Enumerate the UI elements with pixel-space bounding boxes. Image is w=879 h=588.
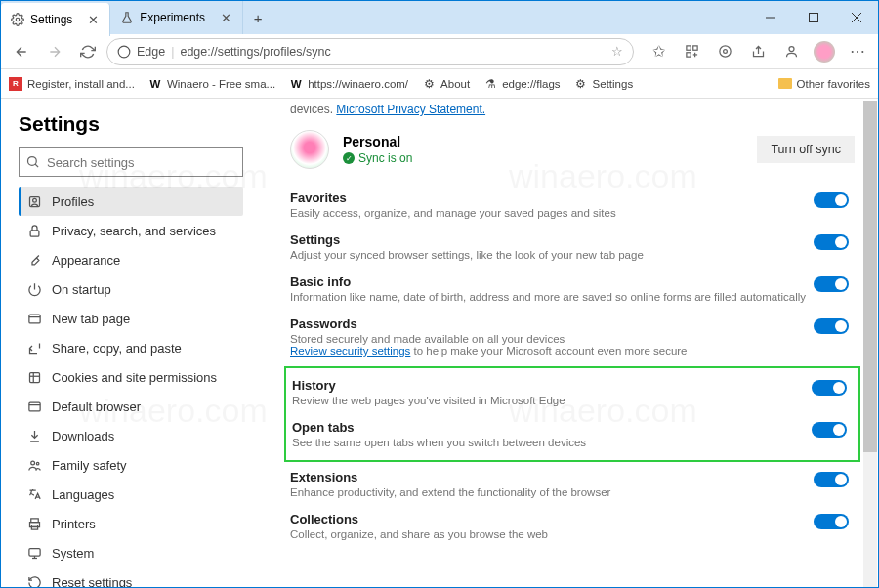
search-input[interactable] — [19, 147, 243, 177]
nav-family[interactable]: Family safety — [19, 450, 243, 480]
tab-experiments[interactable]: Experiments ✕ — [110, 1, 243, 34]
bookmark-item[interactable]: Whttps://winaero.com/ — [289, 77, 408, 91]
menu-icon[interactable]: ⋯ — [843, 37, 872, 66]
profile-row: Personal ✓Sync is on Turn off sync — [290, 130, 855, 169]
reset-icon — [26, 574, 42, 588]
favorites-icon[interactable]: ✩ — [644, 37, 673, 66]
top-text: devices. Microsoft Privacy Statement. — [290, 103, 855, 116]
nav-languages[interactable]: Languages — [19, 480, 243, 509]
download-icon — [26, 428, 42, 443]
profile-picture[interactable] — [290, 130, 329, 169]
close-icon[interactable]: ✕ — [219, 11, 232, 24]
content: Settings Profiles Privacy, search, and s… — [1, 99, 878, 588]
privacy-link[interactable]: Microsoft Privacy Statement. — [336, 103, 485, 116]
flask-icon: ⚗ — [483, 77, 497, 91]
minimize-button[interactable] — [749, 1, 792, 34]
svg-point-5 — [118, 46, 130, 58]
bookmark-item[interactable]: RRegister, install and... — [9, 77, 135, 91]
svg-line-15 — [35, 164, 38, 167]
toggle-settings[interactable] — [814, 234, 849, 250]
svg-rect-24 — [28, 402, 39, 411]
nav-newtab[interactable]: New tab page — [19, 304, 243, 333]
toggle-extensions[interactable] — [814, 472, 849, 487]
tab-label: Experiments — [140, 11, 205, 24]
svg-rect-2 — [810, 14, 818, 22]
bookmark-item[interactable]: ⚙About — [422, 77, 470, 91]
power-icon — [26, 281, 42, 297]
sync-collections: Collections Collect, organize, and share… — [290, 506, 855, 548]
nav-startup[interactable]: On startup — [19, 274, 243, 304]
back-button[interactable] — [7, 37, 36, 66]
url-field[interactable]: Edge | edge://settings/profiles/sync ☆ — [106, 38, 634, 65]
nav-profiles[interactable]: Profiles — [19, 187, 243, 216]
bookmark-item[interactable]: ⚗edge://flags — [483, 77, 560, 91]
nav-share[interactable]: Share, copy, and paste — [19, 333, 243, 362]
nav-privacy[interactable]: Privacy, search, and services — [19, 216, 243, 245]
share-icon — [26, 340, 42, 356]
highlight-box: History Review the web pages you've visi… — [284, 366, 860, 462]
gear-icon — [11, 13, 24, 26]
check-icon: ✓ — [343, 152, 355, 164]
sync-open-tabs: Open tabs See the same open tabs when yo… — [292, 414, 853, 456]
bookmark-item[interactable]: ⚙Settings — [574, 77, 634, 91]
tab-settings[interactable]: Settings ✕ — [1, 3, 110, 36]
svg-point-13 — [789, 47, 794, 52]
svg-rect-31 — [28, 548, 39, 556]
sync-settings: Settings Adjust your synced browser sett… — [290, 227, 855, 269]
favicon-icon: W — [148, 77, 162, 91]
svg-point-26 — [30, 461, 34, 465]
nav-downloads[interactable]: Downloads — [19, 421, 243, 450]
toggle-basic-info[interactable] — [814, 276, 849, 292]
nav-appearance[interactable]: Appearance — [19, 245, 243, 274]
site-identity: Edge — [137, 45, 165, 59]
gear-icon: ⚙ — [422, 77, 436, 91]
nav-system[interactable]: System — [19, 538, 243, 567]
extensions-icon[interactable] — [710, 37, 739, 66]
svg-point-17 — [32, 198, 36, 202]
svg-point-27 — [36, 462, 39, 465]
nav-printers[interactable]: Printers — [19, 509, 243, 538]
tab-label: Settings — [30, 13, 72, 26]
toggle-open-tabs[interactable] — [812, 422, 847, 438]
sync-status: ✓Sync is on — [343, 151, 412, 165]
close-icon[interactable]: ✕ — [86, 13, 100, 26]
page-title: Settings — [19, 112, 243, 136]
titlebar: Settings ✕ Experiments ✕ + — [1, 1, 878, 34]
svg-point-0 — [16, 18, 20, 21]
forward-button[interactable] — [40, 37, 69, 66]
maximize-button[interactable] — [792, 1, 835, 34]
svg-point-14 — [28, 157, 37, 166]
star-icon[interactable]: ☆ — [611, 44, 623, 59]
window-controls — [749, 1, 878, 34]
favicon-icon: W — [289, 77, 303, 91]
share-icon[interactable] — [743, 37, 773, 66]
brush-icon — [26, 252, 42, 268]
toggle-history[interactable] — [812, 380, 847, 396]
other-favorites[interactable]: Other favorites — [778, 78, 870, 90]
toggle-favorites[interactable] — [814, 192, 849, 208]
nav-cookies[interactable]: Cookies and site permissions — [19, 362, 243, 392]
close-window-button[interactable] — [835, 1, 878, 34]
edge-logo-icon — [117, 45, 131, 59]
review-security-link[interactable]: Review security settings — [290, 345, 410, 357]
monitor-icon — [26, 545, 42, 561]
profile-avatar[interactable] — [810, 37, 839, 66]
folder-icon — [778, 78, 792, 89]
collections-icon[interactable] — [677, 37, 706, 66]
settings-sidebar: Settings Profiles Privacy, search, and s… — [1, 99, 253, 588]
nav-default-browser[interactable]: Default browser — [19, 392, 243, 421]
sync-basic-info: Basic info Information like name, date o… — [290, 269, 855, 311]
svg-rect-6 — [686, 46, 690, 50]
person-icon[interactable] — [776, 37, 806, 66]
main-panel: devices. Microsoft Privacy Statement. Pe… — [253, 99, 878, 588]
bookmark-item[interactable]: WWinaero - Free sma... — [148, 77, 275, 91]
favicon-icon: R — [9, 77, 22, 91]
turn-off-sync-button[interactable]: Turn off sync — [757, 136, 855, 163]
refresh-button[interactable] — [73, 37, 103, 66]
scrollbar-thumb[interactable] — [863, 101, 877, 452]
new-tab-button[interactable]: + — [243, 1, 272, 34]
nav-reset[interactable]: Reset settings — [19, 567, 243, 588]
toggle-passwords[interactable] — [814, 318, 849, 334]
cookie-icon — [26, 369, 42, 385]
toggle-collections[interactable] — [814, 514, 849, 529]
